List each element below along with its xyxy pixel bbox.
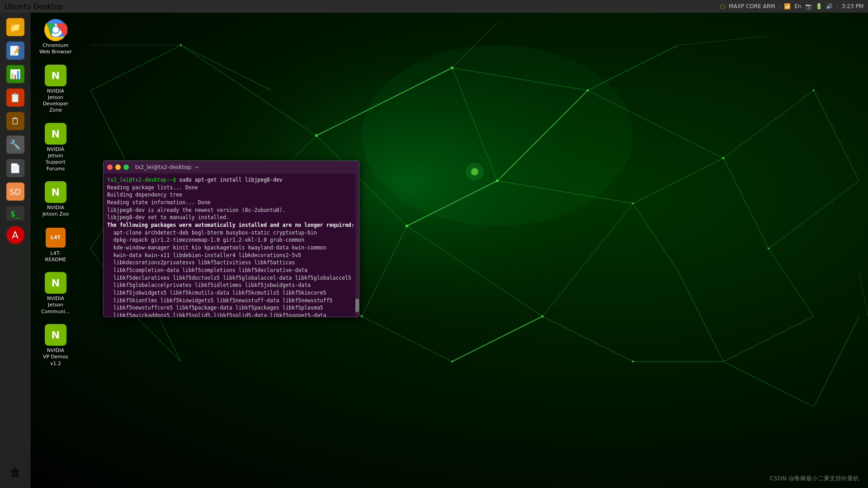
appcenter-icon: A (6, 226, 24, 244)
svg-line-25 (814, 90, 859, 181)
term-line-12: libkf5completion-data libkf5completions … (107, 267, 355, 274)
nvidia-icon: ⬡ (720, 3, 725, 10)
lang-indicator[interactable]: En (794, 3, 801, 9)
svg-point-51 (496, 179, 499, 182)
wifi-icon: 📶 (784, 3, 791, 9)
terminal-window: tx2_lei@tx2-desktop: ~ tx2_lei@tx2-deskt… (103, 160, 359, 317)
svg-line-42 (723, 361, 814, 407)
svg-line-17 (542, 316, 633, 361)
terminal-title: tx2_lei@tx2-desktop: ~ (135, 164, 199, 170)
l4t-label: L4T-README (45, 250, 66, 263)
dock-item-texteditor[interactable]: 📝 (1, 40, 29, 61)
svg-line-43 (814, 316, 859, 407)
desktop-icon-nvidia-jdz[interactable]: N NVIDIAJetsonDeveloperZone (35, 62, 76, 116)
svg-line-26 (769, 181, 859, 249)
term-line-6: The following packages were automaticall… (107, 221, 355, 229)
dock-item-sdcard[interactable]: SD (1, 181, 29, 202)
term-line-10: kwin-data kwin-x11 libdebian-installer4 … (107, 252, 355, 259)
svg-point-53 (722, 157, 725, 160)
svg-point-71 (52, 27, 59, 33)
svg-line-41 (588, 45, 678, 90)
topbar: Ubuntu Desktop ⬡ MAXP CORE ARM | 📶 En 📷 … (0, 0, 868, 13)
nvidia-jz-icon: N (44, 180, 67, 204)
svg-point-55 (542, 315, 544, 318)
term-line-2: Building dependency tree (107, 191, 355, 199)
svg-text:N: N (52, 70, 60, 81)
settings-icon: 🔧 (6, 136, 24, 154)
svg-point-48 (315, 134, 318, 137)
svg-text:N: N (52, 277, 60, 289)
terminal-scrollbar-thumb[interactable] (355, 299, 359, 312)
nvidia-vpd-label: NVIDIAVP Demosv1.2 (43, 347, 68, 367)
svg-point-67 (466, 163, 484, 181)
l4t-icon: L4T (44, 226, 67, 249)
spreadsheet-icon: 📊 (6, 65, 24, 83)
term-line-7: apt-clone archdetect-deb bogl-bterm busy… (107, 229, 355, 237)
notes-icon: 🗒 (6, 112, 24, 130)
nvidia-jdz-icon: N (44, 64, 67, 87)
terminal-titlebar: tx2_lei@tx2-desktop: ~ (104, 161, 359, 174)
chromium-label: Chromium Web Browser (37, 42, 74, 56)
svg-line-14 (723, 158, 769, 249)
terminal-maximize-button[interactable] (123, 164, 129, 170)
terminal-body[interactable]: tx2_lei@tx2-desktop:~$ sudo apt-get inst… (104, 174, 359, 317)
term-prompt-0: tx2_lei@tx2-desktop:~$ (107, 177, 179, 183)
desktop-icon-l4t[interactable]: L4T L4T-README (35, 224, 76, 265)
svg-point-52 (587, 89, 589, 92)
nvidia-jsf-label: NVIDIAJetsonSupportForums (46, 146, 65, 172)
terminal-scrollbar[interactable] (355, 174, 359, 317)
texteditor-icon: 📝 (6, 42, 24, 60)
term-line-8: dpkg-repack gir1.2-timezonemap-1.0 gir1.… (107, 236, 355, 244)
nvidia-vpd-icon: N (44, 323, 67, 347)
desktop-icon-nvidia-comm[interactable]: N NVIDIAJetsonCommuni... (35, 269, 76, 317)
svg-point-54 (361, 315, 363, 318)
desktop-icon-nvidia-jz[interactable]: N NVIDIAJetson Zoo (35, 178, 76, 220)
nvidia-jz-label: NVIDIAJetson Zoo (42, 205, 69, 218)
svg-point-50 (406, 225, 408, 227)
nvidia-label: MAXP CORE ARM (729, 3, 775, 9)
desktop-icons-area: Chromium Web Browser N NVIDIAJetsonDevel… (35, 16, 76, 369)
files2-icon: 📄 (6, 159, 24, 177)
desktop-icon-chromium[interactable]: Chromium Web Browser (35, 16, 76, 57)
svg-point-1 (362, 45, 633, 226)
topbar-title: Ubuntu Desktop (5, 2, 63, 11)
svg-line-22 (90, 45, 181, 90)
nvidia-jsf-icon: N (44, 122, 67, 145)
nvidia-comm-label: NVIDIAJetsonCommuni... (41, 296, 70, 315)
dock-item-notes[interactable]: 🗒 (1, 110, 29, 132)
term-line-16: libkf5kiontlms libkf5kiowidgets5 libkf5n… (107, 297, 355, 305)
desktop-icon-nvidia-jsf[interactable]: N NVIDIAJetsonSupportForums (35, 120, 76, 174)
dock-item-files2[interactable]: 📄 (1, 157, 29, 179)
term-line-15: libkf5jobwidgets5 libkf5kcmutils-data li… (107, 289, 355, 297)
desktop-icon-nvidia-vpd[interactable]: N NVIDIAVP Demosv1.2 (35, 321, 76, 369)
nvidia-jdz-label: NVIDIAJetsonDeveloperZone (43, 88, 69, 114)
svg-text:N: N (52, 128, 60, 140)
dock-item-spreadsheet[interactable]: 📊 (1, 63, 29, 85)
nvidia-comm-icon: N (44, 271, 67, 295)
presentation-icon: 📋 (6, 89, 24, 107)
svg-point-62 (632, 361, 634, 362)
desktop: Ubuntu Desktop ⬡ MAXP CORE ARM | 📶 En 📷 … (0, 0, 868, 488)
term-cmd-0: sudo apt-get install libjpeg8-dev (179, 177, 282, 183)
svg-text:N: N (52, 329, 60, 341)
dock-item-files[interactable]: 📁 (1, 16, 29, 38)
terminal-minimize-button[interactable] (115, 164, 121, 170)
svg-line-27 (769, 249, 814, 316)
dock-item-terminal[interactable]: $_ (1, 204, 29, 222)
svg-line-65 (859, 271, 868, 316)
svg-point-61 (451, 361, 453, 362)
dock-item-appcenter[interactable]: A (1, 224, 29, 246)
svg-line-28 (723, 316, 814, 361)
topbar-sep2: | (836, 3, 838, 9)
term-line-9: kde-window-manager kinit kio kpackagetoo… (107, 244, 355, 252)
dock-item-settings[interactable]: 🔧 (1, 134, 29, 155)
dock-item-trash[interactable]: 🗑 (1, 462, 29, 483)
clock: 3:23 PM (842, 3, 863, 9)
terminal-close-button[interactable] (107, 164, 113, 170)
term-line-11: libkdecorations2privatesvs libkf5activit… (107, 259, 355, 267)
dock-item-presentation[interactable]: 📋 (1, 87, 29, 108)
term-line-13: libkf5declaratives libkf5doctools5 libkf… (107, 274, 355, 282)
bluetooth-icon: 📷 (805, 3, 812, 9)
svg-point-60 (813, 89, 815, 91)
topbar-sep1: | (778, 3, 780, 9)
